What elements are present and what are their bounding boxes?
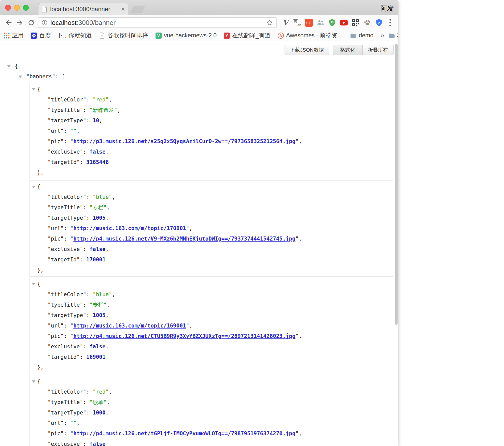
bookmarks-overflow-chevron[interactable]: » — [381, 32, 384, 39]
zoom-window-button[interactable] — [23, 5, 29, 11]
json-token: }, — [37, 170, 44, 176]
json-line: }, — [30, 265, 393, 275]
json-url-link[interactable]: http://p4.music.126.net/CTU5B9R9y3XyYBZX… — [73, 333, 295, 339]
paw-extension-icon[interactable] — [362, 18, 372, 27]
collapse-toggle-icon[interactable] — [7, 65, 11, 67]
page-icon — [99, 33, 105, 39]
new-tab-button[interactable] — [130, 6, 145, 13]
json-token: , — [117, 107, 121, 113]
forward-button[interactable] — [14, 17, 25, 28]
translate-extension-icon[interactable]: 英en — [292, 18, 302, 27]
people-extension-icon[interactable] — [316, 18, 325, 27]
bookmark-item[interactable]: 百度一下，你就知道 — [31, 32, 92, 39]
browser-window: localhost:3000/banner × 阿发 localhost:300… — [0, 0, 398, 446]
reload-button[interactable] — [25, 17, 37, 28]
json-line: "exclusive": false, — [30, 147, 393, 157]
json-line: "titleColor": "red", — [30, 95, 393, 105]
translate-cn-label: 英 — [293, 18, 298, 24]
json-object-box: {"titleColor": "red","typeTitle": "歌单","… — [29, 375, 393, 446]
bookmark-item[interactable]: demo — [350, 32, 373, 39]
bookmark-star-icon[interactable] — [266, 19, 273, 26]
json-line: { — [30, 84, 393, 95]
json-line: "url": "", — [30, 418, 393, 428]
json-value-string: "歌单" — [89, 399, 106, 405]
json-line: "exclusive": false, — [30, 341, 393, 352]
other-bookmarks-label: 其他书签 — [397, 32, 398, 39]
json-token: : — [64, 420, 70, 426]
json-token: : — [86, 291, 93, 298]
vimium-extension-icon[interactable]: V — [281, 18, 290, 27]
profile-name[interactable]: 阿发 — [381, 4, 394, 13]
json-url-link[interactable]: http://p4.music.126.net/V9-MXz6b2MNhEKju… — [73, 236, 295, 242]
collapse-toggle-icon[interactable] — [19, 76, 22, 78]
url-text: localhost:3000/banner — [50, 19, 266, 27]
bookmark-label: vue-hackernews-2.0 — [164, 32, 217, 39]
baidu-icon — [31, 33, 37, 39]
address-bar[interactable]: localhost:3000/banner — [38, 17, 277, 28]
shield-green-extension-icon[interactable] — [327, 18, 337, 27]
bookmark-item[interactable]: AAwesomes - 前端资… — [278, 32, 343, 39]
json-line: "targetId": 169001 — [30, 352, 393, 362]
bookmark-item[interactable]: Vvue-hackernews-2.0 — [156, 32, 217, 39]
tab-close-icon[interactable]: × — [121, 6, 125, 12]
collapse-toggle-icon[interactable] — [32, 186, 35, 188]
json-token: { — [37, 378, 40, 384]
json-url-link[interactable]: http://music.163.com/m/topic/170001 — [73, 225, 186, 231]
bookmark-label: demo — [359, 32, 373, 39]
close-window-button[interactable] — [5, 5, 11, 11]
json-value-string: "专栏" — [89, 302, 106, 308]
json-line: "typeTitle": "新碟首发", — [30, 105, 393, 115]
json-line: "pic": "http://p4.music.126.net/V9-MXz6b… — [30, 234, 393, 244]
back-button[interactable] — [3, 17, 14, 28]
json-value-number: 3165446 — [86, 159, 109, 165]
vue-icon: V — [156, 33, 162, 39]
bookmark-label: 百度一下，你就知道 — [39, 32, 92, 39]
json-url-link[interactable]: http://music.163.com/m/topic/169001 — [73, 323, 186, 329]
json-key: "titleColor" — [48, 97, 86, 103]
bookmark-item[interactable]: 应用 — [4, 32, 24, 39]
collapse-all-button[interactable]: 折叠所有 — [363, 45, 394, 55]
apps-grid-icon — [4, 33, 10, 39]
download-json-button[interactable]: 下载JSON数据 — [285, 45, 329, 55]
json-key: "targetId" — [48, 257, 80, 263]
fe-extension-icon[interactable]: FE — [304, 18, 314, 27]
json-url-link[interactable]: http://p4.music.126.net/tGPljf-IMOCyPvum… — [73, 430, 295, 437]
collapse-toggle-icon[interactable] — [32, 380, 35, 383]
json-line: "banners": [ — [0, 71, 398, 82]
json-token: : — [83, 149, 89, 155]
shield-blue-extension-icon[interactable] — [374, 18, 384, 27]
json-token: : — [86, 97, 93, 103]
bookmark-item[interactable]: Y在线翻译_有道 — [224, 32, 271, 39]
json-line: { — [30, 182, 393, 192]
screen: localhost:3000/banner × 阿发 localhost:300… — [0, 0, 504, 446]
youtube-extension-icon[interactable] — [339, 18, 349, 27]
json-line: "typeTitle": "歌单", — [30, 397, 393, 408]
json-token: , — [77, 420, 80, 426]
json-key: "url" — [48, 225, 64, 231]
json-token: : — [86, 215, 93, 221]
page-icon — [41, 6, 47, 12]
other-bookmarks-folder[interactable]: 其他书签 — [389, 32, 398, 39]
browser-tab[interactable]: localhost:3000/banner × — [38, 3, 128, 15]
json-value-string: "blue" — [93, 194, 112, 200]
json-value-string: "blue" — [93, 291, 112, 298]
collapse-toggle-icon[interactable] — [32, 283, 35, 285]
page-content: 下载JSON数据 格式化 折叠所有 {"banners": [{"titleCo… — [0, 41, 398, 446]
format-button[interactable]: 格式化 — [333, 45, 363, 55]
browser-menu-icon[interactable] — [385, 17, 395, 28]
json-token: , — [112, 194, 115, 200]
qr-code-extension-icon[interactable] — [351, 18, 360, 27]
json-token: , — [99, 117, 102, 124]
page-info-icon[interactable] — [41, 19, 48, 26]
bookmark-item[interactable]: 谷歌按时间排序 — [99, 32, 148, 39]
json-token: : — [83, 246, 89, 252]
collapse-toggle-icon[interactable] — [32, 88, 35, 91]
json-url-link[interactable]: http://p3.music.126.net/s25q2x5QyqsAzilC… — [73, 138, 295, 144]
json-key: "typeTitle" — [48, 302, 83, 308]
json-key: "typeTitle" — [48, 204, 83, 211]
minimize-window-button[interactable] — [14, 5, 20, 11]
scrollbar-thumb[interactable] — [395, 44, 398, 325]
json-line: "pic": "http://p3.music.126.net/s25q2x5Q… — [30, 136, 393, 147]
json-key: "targetType" — [48, 410, 86, 416]
json-line: "typeTitle": "专栏", — [30, 202, 393, 213]
